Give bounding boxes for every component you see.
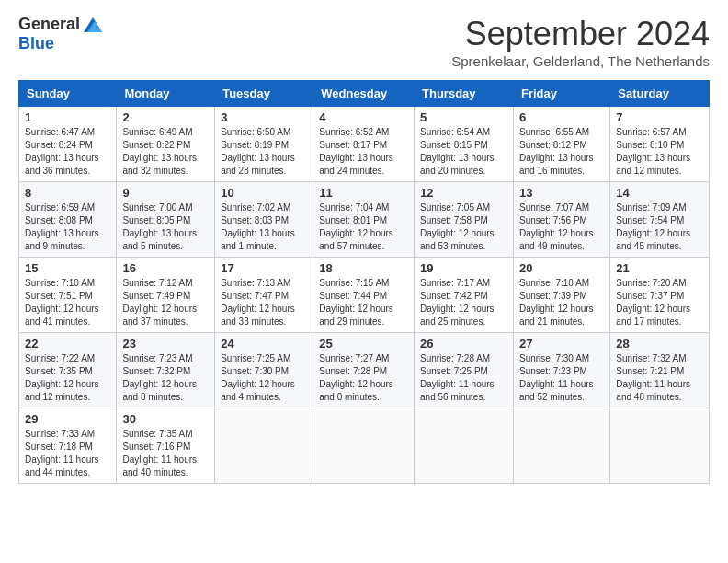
day-number: 4 [319, 110, 408, 124]
day-info: Sunrise: 7:15 AMSunset: 7:44 PMDaylight:… [319, 277, 408, 328]
day-number: 11 [319, 186, 408, 200]
calendar-cell [513, 408, 609, 484]
day-number: 23 [122, 337, 209, 350]
day-number: 21 [616, 261, 703, 275]
day-number: 25 [319, 337, 408, 350]
calendar-cell: 15Sunrise: 7:10 AMSunset: 7:51 PMDayligh… [19, 258, 117, 333]
day-number: 28 [616, 337, 703, 350]
day-number: 5 [420, 110, 507, 124]
calendar-cell: 17Sunrise: 7:13 AMSunset: 7:47 PMDayligh… [215, 258, 313, 333]
calendar-cell: 9Sunrise: 7:00 AMSunset: 8:05 PMDaylight… [117, 182, 215, 258]
weekday-header-row: SundayMondayTuesdayWednesdayThursdayFrid… [19, 81, 710, 107]
day-number: 7 [616, 110, 703, 124]
weekday-header-tuesday: Tuesday [215, 81, 313, 107]
calendar-cell: 2Sunrise: 6:49 AMSunset: 8:22 PMDaylight… [117, 107, 215, 182]
weekday-header-friday: Friday [513, 81, 609, 107]
calendar-cell: 30Sunrise: 7:35 AMSunset: 7:16 PMDayligh… [117, 408, 215, 484]
day-info: Sunrise: 7:35 AMSunset: 7:16 PMDaylight:… [122, 428, 209, 479]
day-number: 18 [319, 261, 408, 275]
page: General Blue September 2024 Sprenkelaar,… [0, 0, 728, 499]
day-info: Sunrise: 6:50 AMSunset: 8:19 PMDaylight:… [221, 126, 307, 178]
calendar-week-row-3: 15Sunrise: 7:10 AMSunset: 7:51 PMDayligh… [19, 258, 710, 333]
day-info: Sunrise: 7:13 AMSunset: 7:47 PMDaylight:… [221, 277, 307, 328]
calendar-cell: 7Sunrise: 6:57 AMSunset: 8:10 PMDaylight… [610, 107, 710, 182]
weekday-header-thursday: Thursday [415, 81, 514, 107]
calendar-cell: 27Sunrise: 7:30 AMSunset: 7:23 PMDayligh… [513, 333, 609, 408]
calendar-cell: 20Sunrise: 7:18 AMSunset: 7:39 PMDayligh… [513, 258, 609, 333]
weekday-header-monday: Monday [117, 81, 215, 107]
day-info: Sunrise: 7:28 AMSunset: 7:25 PMDaylight:… [420, 352, 507, 404]
day-number: 10 [221, 186, 307, 200]
calendar-cell: 4Sunrise: 6:52 AMSunset: 8:17 PMDaylight… [313, 107, 415, 182]
day-number: 16 [122, 261, 209, 275]
day-number: 6 [519, 110, 604, 124]
calendar-cell: 6Sunrise: 6:55 AMSunset: 8:12 PMDaylight… [513, 107, 609, 182]
day-info: Sunrise: 6:59 AMSunset: 8:08 PMDaylight:… [25, 201, 110, 253]
calendar-cell: 14Sunrise: 7:09 AMSunset: 7:54 PMDayligh… [610, 182, 710, 258]
calendar-cell [610, 408, 710, 484]
calendar-cell: 13Sunrise: 7:07 AMSunset: 7:56 PMDayligh… [513, 182, 609, 258]
day-info: Sunrise: 6:54 AMSunset: 8:15 PMDaylight:… [420, 126, 507, 178]
day-info: Sunrise: 6:55 AMSunset: 8:12 PMDaylight:… [519, 126, 604, 178]
day-info: Sunrise: 7:20 AMSunset: 7:37 PMDaylight:… [616, 277, 703, 328]
day-info: Sunrise: 7:02 AMSunset: 8:03 PMDaylight:… [221, 201, 307, 253]
day-number: 3 [221, 110, 307, 124]
day-info: Sunrise: 7:17 AMSunset: 7:42 PMDaylight:… [420, 277, 507, 328]
calendar-cell: 12Sunrise: 7:05 AMSunset: 7:58 PMDayligh… [415, 182, 514, 258]
logo-icon [82, 16, 104, 34]
day-info: Sunrise: 7:18 AMSunset: 7:39 PMDaylight:… [519, 277, 604, 328]
day-info: Sunrise: 6:47 AMSunset: 8:24 PMDaylight:… [25, 126, 110, 178]
day-number: 30 [122, 412, 209, 426]
weekday-header-wednesday: Wednesday [313, 81, 415, 107]
weekday-header-saturday: Saturday [610, 81, 710, 107]
calendar-cell: 19Sunrise: 7:17 AMSunset: 7:42 PMDayligh… [415, 258, 514, 333]
calendar-cell: 18Sunrise: 7:15 AMSunset: 7:44 PMDayligh… [313, 258, 415, 333]
day-info: Sunrise: 7:32 AMSunset: 7:21 PMDaylight:… [616, 352, 703, 404]
calendar-table: SundayMondayTuesdayWednesdayThursdayFrid… [18, 80, 710, 484]
day-info: Sunrise: 6:57 AMSunset: 8:10 PMDaylight:… [616, 126, 703, 178]
calendar-cell: 21Sunrise: 7:20 AMSunset: 7:37 PMDayligh… [610, 258, 710, 333]
calendar-cell: 23Sunrise: 7:23 AMSunset: 7:32 PMDayligh… [117, 333, 215, 408]
calendar-cell [215, 408, 313, 484]
calendar-cell [415, 408, 514, 484]
day-info: Sunrise: 7:04 AMSunset: 8:01 PMDaylight:… [319, 201, 408, 253]
day-number: 20 [519, 261, 604, 275]
day-number: 9 [122, 186, 209, 200]
day-number: 26 [420, 337, 507, 350]
day-info: Sunrise: 7:05 AMSunset: 7:58 PMDaylight:… [420, 201, 507, 253]
calendar-cell: 26Sunrise: 7:28 AMSunset: 7:25 PMDayligh… [415, 333, 514, 408]
calendar-cell: 3Sunrise: 6:50 AMSunset: 8:19 PMDaylight… [215, 107, 313, 182]
day-info: Sunrise: 6:49 AMSunset: 8:22 PMDaylight:… [122, 126, 209, 178]
day-info: Sunrise: 7:10 AMSunset: 7:51 PMDaylight:… [25, 277, 110, 328]
calendar-week-row-5: 29Sunrise: 7:33 AMSunset: 7:18 PMDayligh… [19, 408, 710, 484]
day-number: 8 [25, 186, 110, 200]
day-info: Sunrise: 7:27 AMSunset: 7:28 PMDaylight:… [319, 352, 408, 404]
calendar-cell: 16Sunrise: 7:12 AMSunset: 7:49 PMDayligh… [117, 258, 215, 333]
calendar-cell: 11Sunrise: 7:04 AMSunset: 8:01 PMDayligh… [313, 182, 415, 258]
day-number: 29 [25, 412, 110, 426]
title-block: September 2024 Sprenkelaar, Gelderland, … [451, 15, 710, 69]
day-info: Sunrise: 6:52 AMSunset: 8:17 PMDaylight:… [319, 126, 408, 178]
location-subtitle: Sprenkelaar, Gelderland, The Netherlands [451, 53, 710, 69]
logo-blue-text: Blue [18, 34, 54, 53]
day-info: Sunrise: 7:23 AMSunset: 7:32 PMDaylight:… [122, 352, 209, 404]
day-info: Sunrise: 7:25 AMSunset: 7:30 PMDaylight:… [221, 352, 307, 404]
day-number: 14 [616, 186, 703, 200]
day-info: Sunrise: 7:22 AMSunset: 7:35 PMDaylight:… [25, 352, 110, 404]
day-number: 13 [519, 186, 604, 200]
day-info: Sunrise: 7:07 AMSunset: 7:56 PMDaylight:… [519, 201, 604, 253]
calendar-cell: 28Sunrise: 7:32 AMSunset: 7:21 PMDayligh… [610, 333, 710, 408]
header: General Blue September 2024 Sprenkelaar,… [18, 15, 710, 69]
calendar-cell: 8Sunrise: 6:59 AMSunset: 8:08 PMDaylight… [19, 182, 117, 258]
calendar-cell: 22Sunrise: 7:22 AMSunset: 7:35 PMDayligh… [19, 333, 117, 408]
day-info: Sunrise: 7:30 AMSunset: 7:23 PMDaylight:… [519, 352, 604, 404]
weekday-header-sunday: Sunday [19, 81, 117, 107]
day-number: 12 [420, 186, 507, 200]
month-title: September 2024 [451, 15, 710, 53]
calendar-week-row-2: 8Sunrise: 6:59 AMSunset: 8:08 PMDaylight… [19, 182, 710, 258]
logo-general-text: General [18, 15, 80, 34]
calendar-cell [313, 408, 415, 484]
day-number: 27 [519, 337, 604, 350]
logo: General Blue [18, 15, 104, 53]
day-number: 2 [122, 110, 209, 124]
